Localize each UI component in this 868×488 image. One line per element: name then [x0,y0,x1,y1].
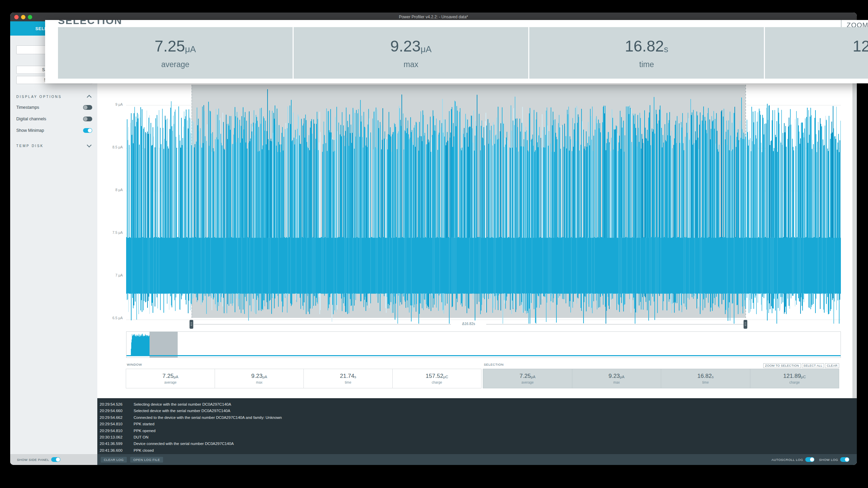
grip-icon [191,323,192,326]
log-row: 20:29:54.810PPK opened [97,428,857,434]
stat-card: 121.89μC charge [750,369,840,388]
log-row: 20:29:54.662Connected to the device with… [97,414,857,421]
stat-label: max [613,381,620,384]
toggle-knob [88,128,92,133]
selection-action-button[interactable]: ZOOM TO SELECTION [763,363,801,368]
toggle-knob [56,458,60,462]
log-footer-bar: CLEAR LOG OPEN LOG FILE AUTOSCROLL LOG S… [97,454,857,465]
display-option-row: Digital channels [16,116,92,122]
stat-value: 157.52μC [426,373,448,380]
log-row: 20:41:36.600PPK closed [97,447,857,454]
minimap-canvas[interactable] [126,332,841,358]
overlay-heading-clip: SELECTION [58,20,122,26]
stat-label: charge [432,381,442,384]
overlay-stat-value: 9.23μA [390,37,432,55]
stat-card: 21.74s time [303,369,393,388]
selection-action-button[interactable]: SELECT ALL [802,363,824,368]
current-waveform-chart[interactable] [126,85,841,324]
log-timestamp: 20:29:54.660 [100,408,129,414]
overlay-stats-row: 7.25μA average 9.23μA max 16.82s time 12… [58,27,868,79]
stat-label: average [164,381,176,384]
selection-handle-right[interactable] [744,320,747,329]
log-timestamp: 20:41:36.600 [100,447,129,454]
stat-value: 21.74s [340,373,356,380]
stat-card: 7.25μA average [483,369,572,388]
grip-icon [745,323,746,326]
overlay-stat-value: 7.25μA [155,37,196,55]
log-row: 20:29:54.526Selecting device with the se… [97,401,857,408]
window-title: Power Profiler v4.2.2: - Unsaved data* [10,15,857,19]
log-timestamp: 20:41:36.599 [100,441,129,447]
show-side-panel-toggle[interactable] [51,457,60,462]
stat-value: 7.25μA [519,373,535,380]
display-option-row: Timestamps [16,104,92,111]
selection-actions: ZOOM TO SELECTIONSELECT ALLCLEAR [483,362,839,368]
toggle-switch[interactable] [83,117,92,121]
overlay-stat-label: average [161,60,189,69]
autoscroll-log-control: AUTOSCROLL LOG [771,457,814,462]
overlay-stat-card: 7.25μA average [58,27,293,79]
open-log-file-button[interactable]: OPEN LOG FILE [130,457,163,463]
display-options-header[interactable]: DISPLAY OPTIONS [16,95,62,99]
minimap[interactable] [126,331,841,358]
toggle-knob [83,105,87,109]
toggle-knob [83,117,87,121]
toggle-knob [810,458,814,462]
log-timestamp: 20:29:54.662 [100,414,129,421]
stat-label: time [702,381,709,384]
toggle-switch[interactable] [83,128,92,133]
overlay-stat-card: 16.82s time [529,27,764,79]
stat-label: time [345,381,351,384]
show-log-toggle[interactable] [840,457,849,462]
overlay-stat-label: time [639,60,654,69]
autoscroll-log-toggle[interactable] [805,457,814,462]
log-message: Selected device with the serial number D… [134,409,230,413]
log-timestamp: 20:29:54.810 [100,428,129,434]
selection-handle-left[interactable] [190,320,193,329]
log-row: 20:30:13.062DUT ON [97,434,857,441]
log-message: DUT ON [134,435,149,439]
stat-label: max [256,381,262,384]
y-axis-tick: 9 μA [96,102,123,106]
stat-card: 9.23μA max [215,369,304,388]
stat-value: 7.25μA [162,373,178,380]
magnified-selection-overlay: SELECTION ZOOM TO SELECTION 7.25μA avera… [45,20,868,83]
toggle-switch[interactable] [83,105,92,110]
log-message: Device connected with the serial number … [134,442,234,446]
stat-card: 16.82s time [661,369,750,388]
stat-value: 121.89μC [783,373,806,380]
stat-label: average [521,381,534,384]
overlay-stat-label: max [403,60,418,69]
side-panel-footer-bar: SHOW SIDE PANEL [10,454,97,465]
stat-card: 157.52μC charge [392,369,481,388]
stat-card: 7.25μA average [126,369,215,388]
y-axis-tick: 7 μA [96,273,123,277]
display-option-label: Timestamps [16,105,39,110]
chevron-down-icon[interactable] [87,143,92,147]
overlay-stat-card: 121.89μC charge [765,27,868,79]
overlay-stat-value: 16.82s [625,37,668,55]
log-panel[interactable]: 20:29:54.526Selecting device with the se… [97,398,857,454]
footer-right-controls: AUTOSCROLL LOG SHOW LOG [771,457,857,462]
log-row: 20:29:54.660Selected device with the ser… [97,408,857,414]
log-timestamp: 20:29:54.810 [100,421,129,427]
window-stats-row: 7.25μA average 9.23μA max 21.74s time 15… [126,369,481,388]
stat-value: 9.23μA [251,373,267,380]
log-timestamp: 20:30:13.062 [100,434,129,441]
log-message: PPK opened [134,429,156,433]
y-axis-tick: 8.5 μA [96,145,123,149]
selection-action-button[interactable]: CLEAR [825,363,839,368]
overlay-stat-value: 121.89μC [853,37,868,55]
log-row: 20:29:54.810PPK started [97,421,857,427]
temp-disk-header[interactable]: TEMP DISK [16,144,44,148]
log-row: 20:41:36.599Device connected with the se… [97,441,857,447]
overlay-heading: SELECTION [58,20,122,26]
log-message: Selecting device with the serial number … [134,402,231,406]
clear-log-button[interactable]: CLEAR LOG [101,457,127,463]
log-message: PPK started [134,422,154,426]
screen: Power Profiler v4.2.2: - Unsaved data* S… [0,0,868,488]
stat-value: 16.82s [697,373,714,380]
toggle-knob [845,458,849,462]
show-log-label: SHOW LOG [819,458,838,462]
chevron-up-icon[interactable] [87,95,92,100]
